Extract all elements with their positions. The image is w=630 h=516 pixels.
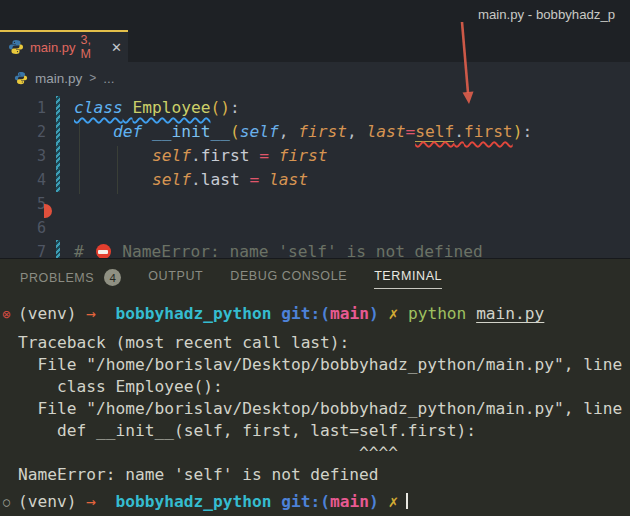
indent-guide — [79, 122, 80, 194]
code-token: NameError: name 'self' is not defined — [18, 465, 379, 484]
chevron-right-icon: > — [89, 71, 96, 85]
tab-problems-modified-badge: 3, M — [81, 33, 104, 61]
code-token — [379, 492, 389, 511]
code-token: , — [279, 122, 289, 141]
code-line: 4 self.last = last — [0, 168, 630, 192]
code-token — [259, 170, 269, 189]
code-token: ) — [220, 98, 230, 117]
code-token: ) — [513, 122, 523, 141]
python-icon — [8, 39, 24, 55]
terminal-line: Traceback (most recent call last): — [18, 332, 630, 354]
code-token: ) — [369, 492, 379, 511]
command-succeeded-icon: ○ — [3, 492, 10, 512]
code-token: , — [347, 122, 357, 141]
code-token — [398, 304, 408, 323]
code-token — [96, 492, 116, 511]
code-token — [74, 170, 152, 189]
code-token: : — [230, 98, 240, 117]
panel-tab-terminal[interactable]: TERMINAL — [374, 269, 442, 289]
code-token — [271, 304, 281, 323]
code-area[interactable]: 1class Employee():2 def __init__(self, f… — [0, 94, 630, 258]
code-token: # — [74, 242, 94, 258]
problems-count-badge: 4 — [104, 269, 121, 286]
code-token: (venv) — [18, 304, 86, 323]
terminal-line: ^^^^ — [18, 442, 630, 464]
code-token: self — [415, 122, 454, 142]
python-icon — [14, 71, 28, 85]
breadcrumb-file[interactable]: main.py — [35, 71, 82, 86]
line-number[interactable]: 4 — [0, 168, 46, 192]
code-token: git:( — [281, 304, 330, 323]
code-token: File "/home/borislav/Desktop/bobbyhadz_p… — [18, 399, 622, 418]
terminal-prompt-line: ○(venv) → bobbyhadz_python git:(main) ✗ — [18, 491, 630, 513]
code-token: first — [279, 146, 328, 165]
code-token — [96, 304, 116, 323]
terminal-output[interactable]: ⊗(venv) → bobbyhadz_python git:(main) ✗ … — [0, 295, 630, 513]
code-line-content: self.first = first — [74, 144, 327, 168]
code-token: : — [522, 122, 532, 141]
terminal-line: def __init__(self, first, last=self.firs… — [18, 420, 630, 442]
git-modified-bar — [56, 240, 60, 258]
bottom-panel: PROBLEMS4OUTPUTDEBUG CONSOLETERMINAL ⊗(v… — [0, 258, 630, 516]
command-failed-icon: ⊗ — [2, 304, 10, 324]
line-number[interactable]: 5 — [0, 192, 46, 216]
panel-tab-problems[interactable]: PROBLEMS4 — [20, 269, 121, 292]
code-token: def — [113, 122, 142, 141]
code-token: ✗ — [388, 304, 398, 323]
code-token: main — [330, 492, 369, 511]
editor[interactable]: main.py > ... 1class Employee():2 def __… — [0, 62, 630, 258]
code-token: class Employee(): — [18, 377, 223, 396]
code-token: first — [201, 146, 250, 165]
code-token: first — [298, 122, 347, 141]
code-token: ) — [369, 304, 379, 323]
line-number[interactable]: 2 — [0, 120, 46, 144]
panel-tab-output[interactable]: OUTPUT — [148, 269, 203, 289]
line-number[interactable]: 6 — [0, 216, 46, 240]
terminal-line: class Employee(): — [18, 376, 630, 398]
code-token: def __init__(self, first, last=self.firs… — [18, 421, 476, 440]
code-token: class — [74, 98, 123, 117]
code-token: (venv) — [18, 492, 86, 511]
code-token: last — [201, 170, 240, 189]
code-token: ( — [230, 122, 240, 141]
panel-tab-bar: PROBLEMS4OUTPUTDEBUG CONSOLETERMINAL — [0, 259, 630, 295]
code-token: self — [152, 170, 191, 189]
code-token — [249, 146, 259, 165]
code-token — [142, 122, 152, 141]
code-token: NameError: name 'self' is not defined — [113, 242, 483, 258]
line-number[interactable]: 3 — [0, 144, 46, 168]
code-token: last — [366, 122, 405, 141]
no-entry-icon — [96, 244, 111, 258]
breadcrumb[interactable]: main.py > ... — [0, 62, 630, 94]
code-token: self — [240, 122, 279, 141]
code-token: ✗ — [388, 492, 398, 511]
code-token — [379, 304, 389, 323]
line-number[interactable]: 1 — [0, 96, 46, 120]
code-token: = — [249, 170, 259, 189]
breadcrumb-ellipsis[interactable]: ... — [103, 71, 114, 86]
line-number[interactable]: 7 — [0, 240, 46, 258]
code-token: python — [408, 304, 466, 323]
code-token — [74, 146, 152, 165]
code-token: . — [191, 146, 201, 165]
code-line-content: self.last = last — [74, 168, 308, 192]
tab-main-py[interactable]: main.py 3, M ✕ — [0, 30, 128, 62]
code-token: __init__ — [152, 122, 230, 141]
code-token: . — [191, 170, 201, 189]
terminal-cursor — [406, 493, 408, 509]
code-token: → — [86, 492, 96, 511]
indent-guide — [117, 146, 118, 194]
code-token: Employee — [132, 98, 210, 117]
tab-label: main.py — [30, 40, 76, 55]
panel-tab-label: DEBUG CONSOLE — [230, 269, 347, 283]
panel-tab-debug-console[interactable]: DEBUG CONSOLE — [230, 269, 347, 289]
code-line: 6 — [0, 216, 630, 240]
close-icon[interactable]: ✕ — [111, 40, 122, 55]
code-line: 3 self.first = first — [0, 144, 630, 168]
code-token: first — [464, 122, 513, 141]
vscode-window: main.py - bobbyhadz_p main.py 3, M ✕ mai… — [0, 0, 630, 516]
code-token: main.py — [476, 304, 544, 323]
window-title: main.py - bobbyhadz_p — [478, 7, 615, 22]
code-token: Traceback (most recent call last): — [18, 333, 349, 352]
code-line-content: # NameError: name 'self' is not defined — [74, 240, 483, 258]
